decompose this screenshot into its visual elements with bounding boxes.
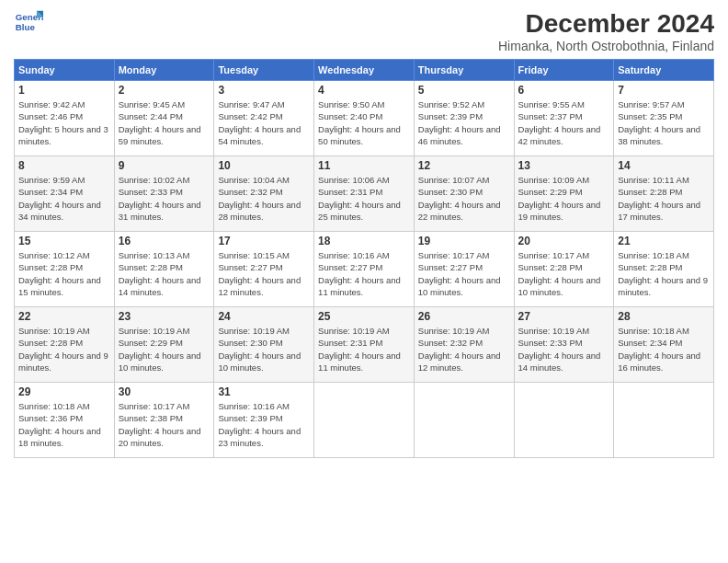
- table-row: 28Sunrise: 10:18 AMSunset: 2:34 PMDaylig…: [614, 307, 714, 383]
- day-number: 25: [318, 310, 410, 323]
- calendar-week-4: 22Sunrise: 10:19 AMSunset: 2:28 PMDaylig…: [15, 307, 714, 383]
- table-row: 9Sunrise: 10:02 AMSunset: 2:33 PMDayligh…: [114, 156, 214, 232]
- day-number: 26: [418, 310, 510, 323]
- day-info: Sunrise: 10:19 AMSunset: 2:29 PMDaylight…: [119, 326, 201, 373]
- day-number: 5: [418, 84, 510, 97]
- day-number: 12: [418, 159, 510, 172]
- col-saturday: Saturday: [614, 60, 714, 81]
- day-info: Sunrise: 10:16 AMSunset: 2:27 PMDaylight…: [318, 250, 401, 297]
- table-row: 25Sunrise: 10:19 AMSunset: 2:31 PMDaylig…: [314, 307, 415, 383]
- day-info: Sunrise: 9:42 AMSunset: 2:46 PMDaylight:…: [18, 99, 108, 146]
- day-number: 6: [518, 84, 610, 97]
- day-number: 30: [119, 385, 210, 398]
- day-info: Sunrise: 10:06 AMSunset: 2:31 PMDaylight…: [318, 175, 401, 222]
- col-wednesday: Wednesday: [314, 60, 415, 81]
- day-number: 23: [119, 310, 210, 323]
- day-info: Sunrise: 10:19 AMSunset: 2:30 PMDaylight…: [218, 326, 301, 373]
- calendar-table: Sunday Monday Tuesday Wednesday Thursday…: [14, 59, 714, 458]
- day-info: Sunrise: 10:17 AMSunset: 2:38 PMDaylight…: [119, 401, 201, 448]
- day-number: 28: [618, 310, 710, 323]
- calendar-week-1: 1Sunrise: 9:42 AMSunset: 2:46 PMDaylight…: [15, 81, 714, 156]
- day-info: Sunrise: 9:59 AMSunset: 2:34 PMDaylight:…: [18, 175, 101, 222]
- day-info: Sunrise: 10:04 AMSunset: 2:32 PMDaylight…: [218, 175, 301, 222]
- day-info: Sunrise: 10:17 AMSunset: 2:27 PMDaylight…: [418, 250, 501, 297]
- table-row: 15Sunrise: 10:12 AMSunset: 2:28 PMDaylig…: [15, 232, 115, 307]
- day-number: 21: [618, 235, 710, 247]
- logo: General Blue: [14, 9, 47, 39]
- day-info: Sunrise: 10:18 AMSunset: 2:28 PMDaylight…: [618, 250, 708, 297]
- day-number: 13: [518, 159, 610, 172]
- table-row: 29Sunrise: 10:18 AMSunset: 2:36 PMDaylig…: [15, 383, 115, 458]
- day-number: 2: [119, 84, 210, 97]
- day-info: Sunrise: 9:45 AMSunset: 2:44 PMDaylight:…: [119, 99, 201, 146]
- table-row: 12Sunrise: 10:07 AMSunset: 2:30 PMDaylig…: [414, 156, 514, 232]
- table-row: 10Sunrise: 10:04 AMSunset: 2:32 PMDaylig…: [214, 156, 314, 232]
- day-info: Sunrise: 9:50 AMSunset: 2:40 PMDaylight:…: [318, 99, 401, 146]
- table-row: 13Sunrise: 10:09 AMSunset: 2:29 PMDaylig…: [514, 156, 614, 232]
- title-block: December 2024 Himanka, North Ostrobothni…: [498, 9, 714, 53]
- col-sunday: Sunday: [15, 60, 115, 81]
- day-info: Sunrise: 10:19 AMSunset: 2:32 PMDaylight…: [418, 326, 501, 373]
- table-row: 18Sunrise: 10:16 AMSunset: 2:27 PMDaylig…: [314, 232, 415, 307]
- day-number: 29: [18, 385, 110, 398]
- day-info: Sunrise: 10:07 AMSunset: 2:30 PMDaylight…: [418, 175, 501, 222]
- table-row: [414, 383, 514, 458]
- day-number: 20: [518, 235, 610, 247]
- table-row: 26Sunrise: 10:19 AMSunset: 2:32 PMDaylig…: [414, 307, 514, 383]
- table-row: [614, 383, 714, 458]
- main-title: December 2024: [498, 9, 714, 39]
- day-info: Sunrise: 9:55 AMSunset: 2:37 PMDaylight:…: [518, 99, 601, 146]
- day-number: 14: [618, 159, 710, 172]
- table-row: 24Sunrise: 10:19 AMSunset: 2:30 PMDaylig…: [214, 307, 314, 383]
- day-number: 22: [18, 310, 110, 323]
- day-info: Sunrise: 9:47 AMSunset: 2:42 PMDaylight:…: [218, 99, 301, 146]
- day-number: 16: [119, 235, 210, 247]
- day-info: Sunrise: 10:11 AMSunset: 2:28 PMDaylight…: [618, 175, 700, 222]
- col-thursday: Thursday: [414, 60, 514, 81]
- day-number: 15: [18, 235, 110, 247]
- table-row: 27Sunrise: 10:19 AMSunset: 2:33 PMDaylig…: [514, 307, 614, 383]
- day-number: 19: [418, 235, 510, 247]
- table-row: 2Sunrise: 9:45 AMSunset: 2:44 PMDaylight…: [114, 81, 214, 156]
- header: General Blue December 2024 Himanka, Nort…: [14, 9, 714, 53]
- table-row: 4Sunrise: 9:50 AMSunset: 2:40 PMDaylight…: [314, 81, 415, 156]
- day-info: Sunrise: 10:19 AMSunset: 2:28 PMDaylight…: [18, 326, 108, 373]
- table-row: [514, 383, 614, 458]
- table-row: 23Sunrise: 10:19 AMSunset: 2:29 PMDaylig…: [114, 307, 214, 383]
- day-info: Sunrise: 9:52 AMSunset: 2:39 PMDaylight:…: [418, 99, 501, 146]
- day-number: 4: [318, 84, 410, 97]
- table-row: 30Sunrise: 10:17 AMSunset: 2:38 PMDaylig…: [114, 383, 214, 458]
- table-row: 17Sunrise: 10:15 AMSunset: 2:27 PMDaylig…: [214, 232, 314, 307]
- table-row: 20Sunrise: 10:17 AMSunset: 2:28 PMDaylig…: [514, 232, 614, 307]
- table-row: [314, 383, 415, 458]
- table-row: 16Sunrise: 10:13 AMSunset: 2:28 PMDaylig…: [114, 232, 214, 307]
- day-info: Sunrise: 10:09 AMSunset: 2:29 PMDaylight…: [518, 175, 601, 222]
- col-friday: Friday: [514, 60, 614, 81]
- day-info: Sunrise: 10:19 AMSunset: 2:33 PMDaylight…: [518, 326, 601, 373]
- day-info: Sunrise: 10:02 AMSunset: 2:33 PMDaylight…: [119, 175, 201, 222]
- table-row: 14Sunrise: 10:11 AMSunset: 2:28 PMDaylig…: [614, 156, 714, 232]
- table-row: 11Sunrise: 10:06 AMSunset: 2:31 PMDaylig…: [314, 156, 415, 232]
- table-row: 31Sunrise: 10:16 AMSunset: 2:39 PMDaylig…: [214, 383, 314, 458]
- calendar-week-3: 15Sunrise: 10:12 AMSunset: 2:28 PMDaylig…: [15, 232, 714, 307]
- subtitle: Himanka, North Ostrobothnia, Finland: [498, 39, 714, 53]
- svg-text:Blue: Blue: [16, 22, 36, 32]
- day-number: 7: [618, 84, 710, 97]
- calendar-week-5: 29Sunrise: 10:18 AMSunset: 2:36 PMDaylig…: [15, 383, 714, 458]
- day-info: Sunrise: 10:13 AMSunset: 2:28 PMDaylight…: [119, 250, 201, 297]
- day-info: Sunrise: 10:12 AMSunset: 2:28 PMDaylight…: [18, 250, 101, 297]
- table-row: 1Sunrise: 9:42 AMSunset: 2:46 PMDaylight…: [15, 81, 115, 156]
- day-info: Sunrise: 10:19 AMSunset: 2:31 PMDaylight…: [318, 326, 401, 373]
- table-row: 3Sunrise: 9:47 AMSunset: 2:42 PMDaylight…: [214, 81, 314, 156]
- day-number: 9: [119, 159, 210, 172]
- day-info: Sunrise: 10:16 AMSunset: 2:39 PMDaylight…: [218, 401, 301, 448]
- day-info: Sunrise: 10:17 AMSunset: 2:28 PMDaylight…: [518, 250, 601, 297]
- day-number: 24: [218, 310, 310, 323]
- table-row: 21Sunrise: 10:18 AMSunset: 2:28 PMDaylig…: [614, 232, 714, 307]
- table-row: 6Sunrise: 9:55 AMSunset: 2:37 PMDaylight…: [514, 81, 614, 156]
- day-number: 31: [218, 385, 310, 398]
- day-info: Sunrise: 10:15 AMSunset: 2:27 PMDaylight…: [218, 250, 301, 297]
- day-number: 27: [518, 310, 610, 323]
- table-row: 5Sunrise: 9:52 AMSunset: 2:39 PMDaylight…: [414, 81, 514, 156]
- day-info: Sunrise: 10:18 AMSunset: 2:36 PMDaylight…: [18, 401, 101, 448]
